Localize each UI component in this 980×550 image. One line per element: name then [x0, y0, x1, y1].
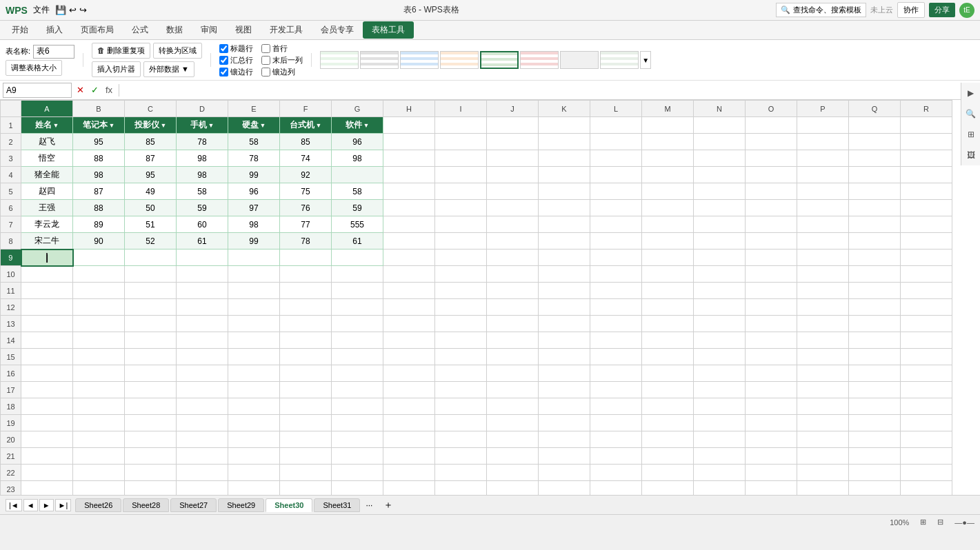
cell-22-1[interactable] — [73, 465, 125, 481]
cell-3-10[interactable] — [539, 150, 590, 167]
cell-12-15[interactable] — [797, 299, 849, 316]
cell-16-0[interactable] — [21, 365, 73, 382]
cell-15-17[interactable] — [901, 349, 952, 365]
cell-11-11[interactable] — [590, 283, 642, 299]
cell-7-1[interactable]: 89 — [73, 216, 125, 233]
cell-5-12[interactable] — [642, 183, 694, 200]
cell-4-12[interactable] — [642, 167, 694, 183]
view-normal-icon[interactable]: ⊞ — [920, 518, 926, 527]
cell-19-1[interactable] — [73, 415, 125, 431]
cell-3-4[interactable]: 78 — [228, 150, 280, 167]
cell-1-6[interactable]: 软件▼ — [332, 117, 383, 134]
cell-19-7[interactable] — [383, 415, 435, 431]
cell-16-15[interactable] — [797, 365, 849, 382]
cell-1-0[interactable]: 姓名▼ — [21, 117, 73, 134]
cell-5-4[interactable]: 96 — [228, 183, 280, 200]
cell-21-17[interactable] — [901, 448, 952, 465]
cell-18-9[interactable] — [487, 398, 539, 415]
cell-19-15[interactable] — [797, 415, 849, 431]
cell-2-6[interactable]: 96 — [332, 134, 383, 150]
style-dropdown-btn[interactable]: ▼ — [640, 51, 651, 69]
cell-16-16[interactable] — [849, 365, 901, 382]
cell-23-13[interactable] — [694, 481, 746, 496]
col-header-n[interactable]: N — [694, 101, 746, 117]
cell-21-10[interactable] — [539, 448, 590, 465]
cell-7-6[interactable]: 555 — [332, 216, 383, 233]
cell-13-7[interactable] — [383, 316, 435, 332]
tab-page-layout[interactable]: 页面布局 — [72, 21, 123, 39]
cell-21-13[interactable] — [694, 448, 746, 465]
cell-10-7[interactable] — [383, 266, 435, 283]
cell-13-14[interactable] — [746, 316, 797, 332]
cell-14-4[interactable] — [228, 332, 280, 349]
col-header-i[interactable]: I — [435, 101, 487, 117]
cell-19-13[interactable] — [694, 415, 746, 431]
cell-5-7[interactable] — [383, 183, 435, 200]
style-box-3[interactable] — [400, 51, 439, 69]
cell-15-7[interactable] — [383, 349, 435, 365]
cell-12-0[interactable] — [21, 299, 73, 316]
cell-23-4[interactable] — [228, 481, 280, 496]
cell-20-15[interactable] — [797, 431, 849, 448]
cell-2-1[interactable]: 95 — [73, 134, 125, 150]
row-num-20[interactable]: 20 — [1, 431, 21, 448]
cell-4-11[interactable] — [590, 167, 642, 183]
cell-6-1[interactable]: 88 — [73, 200, 125, 216]
cell-17-15[interactable] — [797, 382, 849, 398]
cell-18-15[interactable] — [797, 398, 849, 415]
cell-5-8[interactable] — [435, 183, 487, 200]
cell-23-9[interactable] — [487, 481, 539, 496]
cell-17-10[interactable] — [539, 382, 590, 398]
cell-8-3[interactable]: 61 — [177, 233, 228, 249]
cell-23-1[interactable] — [73, 481, 125, 496]
cell-19-5[interactable] — [280, 415, 332, 431]
row-num-15[interactable]: 15 — [1, 349, 21, 365]
sidebar-table-icon[interactable]: ⊞ — [963, 127, 979, 142]
cell-18-4[interactable] — [228, 398, 280, 415]
collab-button[interactable]: 协作 — [897, 2, 925, 18]
style-box-8[interactable] — [600, 51, 639, 69]
cell-19-0[interactable] — [21, 415, 73, 431]
cell-5-1[interactable]: 87 — [73, 183, 125, 200]
cell-21-12[interactable] — [642, 448, 694, 465]
cell-1-12[interactable] — [642, 117, 694, 134]
cell-23-2[interactable] — [125, 481, 177, 496]
cell-14-5[interactable] — [280, 332, 332, 349]
sheet-tab-sheet26[interactable]: Sheet26 — [75, 498, 121, 512]
cell-13-9[interactable] — [487, 316, 539, 332]
cell-8-17[interactable] — [901, 233, 952, 249]
cell-12-11[interactable] — [590, 299, 642, 316]
cell-13-2[interactable] — [125, 316, 177, 332]
cell-5-0[interactable]: 赵四 — [21, 183, 73, 200]
cell-20-3[interactable] — [177, 431, 228, 448]
sidebar-image-icon[interactable]: 🖼 — [963, 147, 979, 163]
cell-7-16[interactable] — [849, 216, 901, 233]
cell-8-5[interactable]: 78 — [280, 233, 332, 249]
row-num-13[interactable]: 13 — [1, 316, 21, 332]
cell-22-5[interactable] — [280, 465, 332, 481]
cell-23-10[interactable] — [539, 481, 590, 496]
cell-4-8[interactable] — [435, 167, 487, 183]
cell-10-13[interactable] — [694, 266, 746, 283]
cell-20-14[interactable] — [746, 431, 797, 448]
cell-7-7[interactable] — [383, 216, 435, 233]
cell-9-6[interactable] — [332, 249, 383, 266]
cell-15-6[interactable] — [332, 349, 383, 365]
cell-reference-box[interactable] — [3, 83, 72, 98]
cell-20-0[interactable] — [21, 431, 73, 448]
cell-16-17[interactable] — [901, 365, 952, 382]
cell-2-8[interactable] — [435, 134, 487, 150]
cell-23-16[interactable] — [849, 481, 901, 496]
cell-6-3[interactable]: 59 — [177, 200, 228, 216]
cell-10-5[interactable] — [280, 266, 332, 283]
cell-12-9[interactable] — [487, 299, 539, 316]
row-num-23[interactable]: 23 — [1, 481, 21, 496]
col-header-r[interactable]: R — [901, 101, 952, 117]
cell-13-15[interactable] — [797, 316, 849, 332]
cell-2-10[interactable] — [539, 134, 590, 150]
external-data-button[interactable]: 外部数据 ▼ — [143, 61, 194, 77]
cell-17-4[interactable] — [228, 382, 280, 398]
cell-10-10[interactable] — [539, 266, 590, 283]
cell-4-10[interactable] — [539, 167, 590, 183]
cell-18-14[interactable] — [746, 398, 797, 415]
